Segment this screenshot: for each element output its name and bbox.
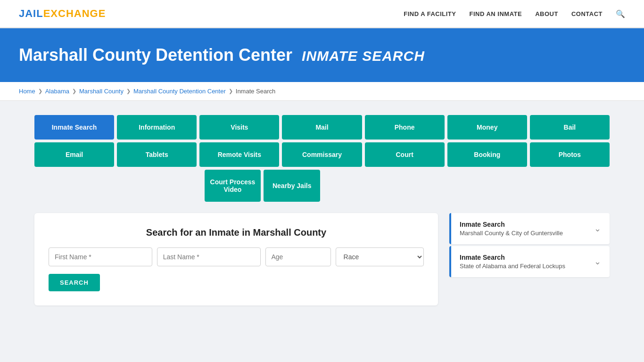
tab-visits[interactable]: Visits [199, 115, 279, 140]
tab-booking[interactable]: Booking [447, 142, 527, 167]
breadcrumb-sep-2: ❯ [72, 88, 76, 94]
sidebar-item-header-1[interactable]: Inmate Search State of Alabama and Feder… [449, 246, 610, 277]
tabs-row-1: Inmate Search Information Visits Mail Ph… [34, 115, 610, 140]
sidebar-item-text-1: Inmate Search State of Alabama and Feder… [460, 254, 565, 270]
tab-nearby-jails[interactable]: Nearby Jails [264, 170, 320, 202]
tab-information[interactable]: Information [117, 115, 197, 140]
tab-photos[interactable]: Photos [530, 142, 610, 167]
sidebar-item-0: Inmate Search Marshall County & City of … [449, 213, 610, 244]
breadcrumb: Home ❯ Alabama ❯ Marshall County ❯ Marsh… [0, 82, 644, 101]
sidebar-item-header-0[interactable]: Inmate Search Marshall County & City of … [449, 213, 610, 244]
chevron-down-icon-1: ⌄ [594, 256, 601, 267]
tab-inmate-search[interactable]: Inmate Search [34, 115, 114, 140]
tab-money[interactable]: Money [447, 115, 527, 140]
sidebar-item-1: Inmate Search State of Alabama and Feder… [449, 246, 610, 277]
sidebar-item-title-0: Inmate Search [460, 221, 563, 228]
age-input[interactable] [265, 247, 331, 266]
sidebar-item-title-1: Inmate Search [460, 254, 565, 261]
search-title: Search for an Inmate in Marshall County [49, 227, 424, 238]
nav-find-inmate[interactable]: FIND AN INMATE [469, 10, 522, 17]
logo-exchange: EXCHANGE [43, 8, 106, 19]
tab-court[interactable]: Court [365, 142, 445, 167]
main-layout: Search for an Inmate in Marshall County … [34, 213, 610, 305]
tab-email[interactable]: Email [34, 142, 114, 167]
tab-bail[interactable]: Bail [530, 115, 610, 140]
page-title: Marshall County Detention Center INMATE … [19, 45, 625, 65]
tab-remote-visits[interactable]: Remote Visits [199, 142, 279, 167]
search-box: Search for an Inmate in Marshall County … [34, 213, 438, 305]
tab-court-process-video[interactable]: Court Process Video [205, 170, 261, 202]
search-icon[interactable]: 🔍 [616, 9, 625, 18]
tab-tablets[interactable]: Tablets [117, 142, 197, 167]
hero-subtitle: INMATE SEARCH [302, 48, 425, 64]
nav-find-facility[interactable]: FIND A FACILITY [404, 10, 456, 17]
chevron-down-icon-0: ⌄ [594, 223, 601, 234]
tab-phone[interactable]: Phone [365, 115, 445, 140]
logo-jail: JAIL [19, 8, 43, 19]
tab-mail[interactable]: Mail [282, 115, 362, 140]
breadcrumb-sep-3: ❯ [126, 88, 131, 94]
search-fields: Race White Black Hispanic Asian Native A… [49, 247, 424, 266]
hero-section: Marshall County Detention Center INMATE … [0, 28, 644, 82]
sidebar: Inmate Search Marshall County & City of … [449, 213, 610, 279]
search-button[interactable]: SEARCH [49, 274, 100, 291]
breadcrumb-home[interactable]: Home [19, 88, 35, 95]
breadcrumb-sep-1: ❯ [38, 88, 42, 94]
first-name-input[interactable] [49, 247, 152, 266]
content-wrapper: Inmate Search Information Visits Mail Ph… [16, 101, 628, 320]
sidebar-item-subtitle-0: Marshall County & City of Guntersville [460, 230, 563, 237]
sidebar-item-subtitle-1: State of Alabama and Federal Lockups [460, 263, 565, 270]
main-nav: FIND A FACILITY FIND AN INMATE ABOUT CON… [404, 9, 625, 18]
breadcrumb-alabama[interactable]: Alabama [45, 88, 69, 95]
nav-about[interactable]: ABOUT [535, 10, 558, 17]
tabs-row-2: Email Tablets Remote Visits Commissary C… [34, 142, 610, 167]
breadcrumb-marshall-county[interactable]: Marshall County [79, 88, 124, 95]
nav-contact[interactable]: CONTACT [571, 10, 603, 17]
last-name-input[interactable] [157, 247, 261, 266]
tab-commissary[interactable]: Commissary [282, 142, 362, 167]
breadcrumb-sep-4: ❯ [229, 88, 233, 94]
site-logo[interactable]: JAILEXCHANGE [19, 8, 106, 20]
race-select[interactable]: Race White Black Hispanic Asian Native A… [336, 247, 424, 266]
breadcrumb-mcdc[interactable]: Marshall County Detention Center [133, 88, 226, 95]
site-header: JAILEXCHANGE FIND A FACILITY FIND AN INM… [0, 0, 644, 28]
sidebar-item-text-0: Inmate Search Marshall County & City of … [460, 221, 563, 237]
hero-title: Marshall County Detention Center [19, 45, 292, 65]
tabs-row-3: Court Process Video Nearby Jails [34, 170, 610, 202]
breadcrumb-current: Inmate Search [236, 88, 276, 95]
